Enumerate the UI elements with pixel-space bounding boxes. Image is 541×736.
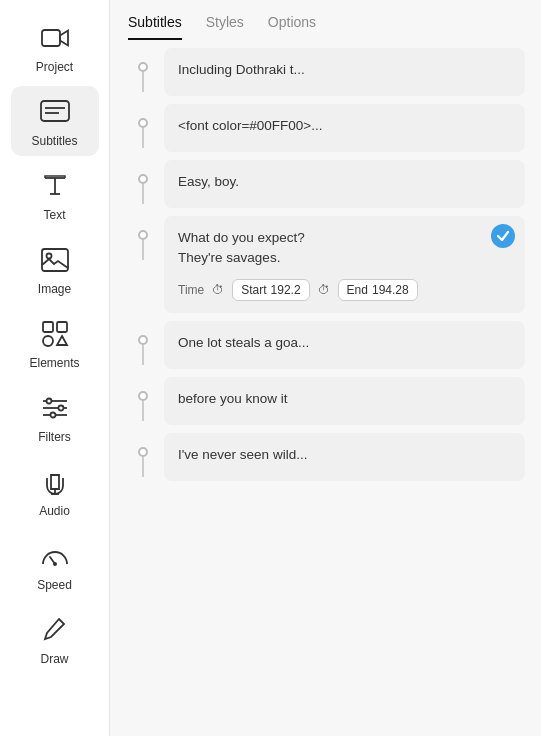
timeline-row-1: Including Dothraki t... (134, 48, 525, 104)
timeline-vline-3 (142, 184, 144, 204)
timeline-line-7 (134, 433, 152, 477)
sidebar-item-label-image: Image (38, 282, 71, 296)
timeline-line-3 (134, 160, 152, 204)
sidebar-item-text[interactable]: Text (11, 160, 99, 230)
card-text-4: What do you expect? They're savages. (178, 228, 511, 269)
card-text-4-line2: They're savages. (178, 250, 280, 265)
sidebar-item-label-elements: Elements (29, 356, 79, 370)
svg-point-8 (46, 254, 51, 259)
clock-icon-end: ⏱ (318, 283, 330, 297)
sidebar-item-label-subtitles: Subtitles (31, 134, 77, 148)
timeline-wrapper: Including Dothraki t... <font color=#00F… (126, 48, 525, 489)
timeline-line-5 (134, 321, 152, 365)
subtitle-card-6[interactable]: before you know it (164, 377, 525, 425)
timeline-row-2: <font color=#00FF00>... (134, 104, 525, 160)
image-icon (37, 242, 73, 278)
svg-point-15 (58, 406, 63, 411)
time-label: Time (178, 283, 204, 297)
filters-icon (37, 390, 73, 426)
sidebar-item-draw[interactable]: Draw (11, 604, 99, 674)
timeline-dot-3 (138, 174, 148, 184)
sidebar: Project Subtitles Text (0, 0, 110, 736)
check-icon (496, 229, 510, 243)
timeline-dot-2 (138, 118, 148, 128)
timeline-row-3: Easy, boy. (134, 160, 525, 216)
timeline-line-2 (134, 104, 152, 148)
sidebar-item-subtitles[interactable]: Subtitles (11, 86, 99, 156)
content-area: Including Dothraki t... <font color=#00F… (110, 40, 541, 736)
timeline-vline-1 (142, 72, 144, 92)
timeline-vline-7 (142, 457, 144, 477)
draw-icon (37, 612, 73, 648)
card-text-1: Including Dothraki t... (178, 62, 305, 77)
sidebar-item-filters[interactable]: Filters (11, 382, 99, 452)
audio-icon (37, 464, 73, 500)
elements-icon (37, 316, 73, 352)
timeline-row-6: before you know it (134, 377, 525, 433)
svg-rect-1 (41, 101, 69, 121)
text-icon (37, 168, 73, 204)
start-label: Start (241, 283, 266, 297)
sidebar-item-audio[interactable]: Audio (11, 456, 99, 526)
card-text-3: Easy, boy. (178, 174, 239, 189)
timeline-dot-5 (138, 335, 148, 345)
svg-rect-0 (42, 30, 60, 46)
end-time-input[interactable]: End 194.28 (338, 279, 418, 301)
subtitle-card-5[interactable]: One lot steals a goa... (164, 321, 525, 369)
card-text-4-line1: What do you expect? (178, 230, 305, 245)
sidebar-item-label-draw: Draw (40, 652, 68, 666)
time-row: Time ⏱ Start 192.2 ⏱ End 194.28 (178, 279, 511, 301)
main-panel: Subtitles Styles Options Including Dothr… (110, 0, 541, 736)
timeline-line-4 (134, 216, 152, 260)
subtitle-card-7[interactable]: I've never seen wild... (164, 433, 525, 481)
svg-rect-9 (43, 322, 53, 332)
timeline-vline-4 (142, 240, 144, 260)
timeline-dot-4 (138, 230, 148, 240)
timeline-dot-7 (138, 447, 148, 457)
tab-options[interactable]: Options (268, 14, 316, 40)
svg-point-13 (46, 399, 51, 404)
sidebar-item-label-project: Project (36, 60, 73, 74)
end-value: 194.28 (372, 283, 409, 297)
sidebar-item-label-text: Text (43, 208, 65, 222)
timeline-line-1 (134, 48, 152, 92)
card-text-2: <font color=#00FF00>... (178, 118, 322, 133)
svg-point-17 (50, 413, 55, 418)
card-text-7: I've never seen wild... (178, 447, 307, 462)
subtitles-icon (37, 94, 73, 130)
subtitle-card-4[interactable]: What do you expect? They're savages. Tim… (164, 216, 525, 313)
timeline-row-7: I've never seen wild... (134, 433, 525, 489)
subtitle-card-1[interactable]: Including Dothraki t... (164, 48, 525, 96)
sidebar-item-speed[interactable]: Speed (11, 530, 99, 600)
timeline-dot-6 (138, 391, 148, 401)
timeline-row-5: One lot steals a goa... (134, 321, 525, 377)
sidebar-item-label-speed: Speed (37, 578, 72, 592)
tab-subtitles[interactable]: Subtitles (128, 14, 182, 40)
timeline-vline-5 (142, 345, 144, 365)
timeline-line-6 (134, 377, 152, 421)
start-time-input[interactable]: Start 192.2 (232, 279, 309, 301)
video-icon (37, 20, 73, 56)
timeline-vline-2 (142, 128, 144, 148)
sidebar-item-project[interactable]: Project (11, 12, 99, 82)
timeline-row-4: What do you expect? They're savages. Tim… (134, 216, 525, 321)
subtitle-card-2[interactable]: <font color=#00FF00>... (164, 104, 525, 152)
check-badge (491, 224, 515, 248)
tab-styles[interactable]: Styles (206, 14, 244, 40)
sidebar-item-label-filters: Filters (38, 430, 71, 444)
end-label: End (347, 283, 368, 297)
svg-rect-10 (57, 322, 67, 332)
card-text-6: before you know it (178, 391, 288, 406)
timeline-vline-6 (142, 401, 144, 421)
sidebar-item-elements[interactable]: Elements (11, 308, 99, 378)
card-text-5: One lot steals a goa... (178, 335, 309, 350)
svg-point-20 (53, 562, 57, 566)
timeline-dot-1 (138, 62, 148, 72)
tabs-bar: Subtitles Styles Options (110, 0, 541, 40)
svg-rect-7 (42, 249, 68, 271)
clock-icon-start: ⏱ (212, 283, 224, 297)
sidebar-item-label-audio: Audio (39, 504, 70, 518)
svg-point-11 (43, 336, 53, 346)
sidebar-item-image[interactable]: Image (11, 234, 99, 304)
subtitle-card-3[interactable]: Easy, boy. (164, 160, 525, 208)
